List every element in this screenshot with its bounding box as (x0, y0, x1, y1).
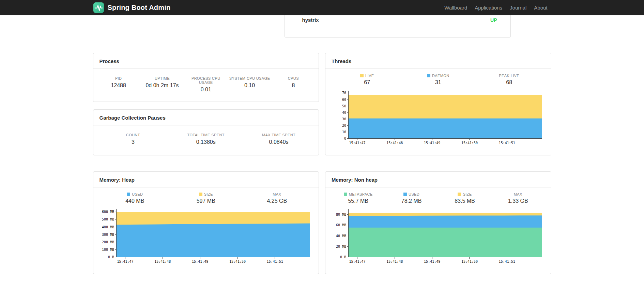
svg-text:15:41:48: 15:41:48 (154, 260, 171, 263)
svg-text:0 B: 0 B (108, 255, 114, 259)
legend-swatch (344, 193, 347, 196)
metric-value: 0.10 (228, 82, 271, 89)
gc-pauses-panel: Garbage Collection Pauses COUNT 3 TOTAL … (93, 109, 319, 155)
svg-text:80 MB: 80 MB (336, 213, 346, 216)
svg-text:15:41:50: 15:41:50 (229, 260, 245, 263)
svg-text:15:41:47: 15:41:47 (349, 141, 365, 145)
legend-item-used: USED 440 MB (99, 192, 171, 204)
legend-item-size: SIZE 83.5 MB (438, 192, 491, 204)
metric-label: TOTAL TIME SPENT (169, 133, 242, 137)
legend-swatch (427, 74, 430, 77)
svg-text:15:41:49: 15:41:49 (192, 260, 208, 263)
metric-value: 0.01 (184, 87, 228, 93)
svg-text:60: 60 (342, 98, 346, 102)
legend-item-live: LIVE 67 (332, 74, 403, 86)
metric-label: PROCESS CPU USAGE (184, 76, 228, 85)
memory-nonheap-chart: 0 B20 MB40 MB60 MB80 MB15:41:4715:41:481… (332, 208, 545, 265)
legend-swatch (403, 193, 407, 196)
legend-item-daemon: DAEMON 31 (403, 74, 474, 86)
threads-legend: LIVE 67 DAEMON 31 (332, 74, 545, 86)
metric-label: UPTIME (140, 76, 184, 80)
process-panel: Process PID 12488 UPTIME 0d 0h 2m 17s PR… (93, 53, 319, 102)
legend-label: SIZE (463, 192, 472, 196)
nav-item-journal[interactable]: Journal (506, 5, 530, 11)
metric-gc-total-time: TOTAL TIME SPENT 0.1380s (169, 133, 242, 146)
heap-legend: USED 440 MB SIZE 597 MB (99, 192, 313, 204)
metric-uptime: UPTIME 0d 0h 2m 17s (140, 76, 184, 93)
legend-label: USED (132, 192, 143, 196)
svg-text:15:41:47: 15:41:47 (349, 260, 365, 263)
svg-text:15:41:49: 15:41:49 (424, 141, 440, 145)
legend-label: MAX (514, 192, 522, 196)
metric-value: 8 (272, 82, 315, 89)
column-left-memory: Memory: Heap USED 440 MB (93, 171, 319, 274)
legend-swatch (199, 193, 202, 196)
panel-title-gc: Garbage Collection Pauses (93, 110, 319, 125)
brand-link[interactable]: Spring Boot Admin (93, 2, 171, 13)
panel-spacer (291, 26, 505, 37)
legend-item-max: MAX 1.33 GB (491, 192, 545, 204)
metric-value: 3 (97, 139, 170, 145)
application-row[interactable]: hystrix UP (291, 15, 505, 26)
legend-value: 597 MB (170, 198, 242, 204)
legend-value: 440 MB (99, 198, 171, 204)
legend-item-metaspace: METASPACE 55.7 MB (332, 192, 385, 204)
process-metrics: PID 12488 UPTIME 0d 0h 2m 17s PROCESS CP… (93, 69, 319, 102)
svg-text:600 MB: 600 MB (102, 210, 114, 214)
nav-item-applications[interactable]: Applications (471, 5, 506, 11)
svg-text:20: 20 (342, 124, 346, 127)
metric-system-cpu: SYSTEM CPU USAGE 0.10 (228, 76, 271, 93)
threads-chart: 01020304050607015:41:4715:41:4815:41:491… (332, 89, 545, 147)
legend-swatch (127, 193, 130, 196)
nav-links: Wallboard Applications Journal About (441, 5, 551, 11)
legend-label: METASPACE (349, 192, 373, 196)
svg-text:15:41:50: 15:41:50 (461, 260, 478, 263)
row-process-threads: Process PID 12488 UPTIME 0d 0h 2m 17s PR… (93, 53, 551, 155)
svg-text:100 MB: 100 MB (102, 248, 114, 252)
application-name[interactable]: hystrix (302, 17, 319, 23)
legend-value: 55.7 MB (332, 198, 385, 204)
metric-value: 12488 (97, 82, 140, 89)
legend-item-peak-live: PEAK LIVE 68 (474, 74, 545, 86)
legend-item-size: SIZE 597 MB (170, 192, 242, 204)
svg-text:30: 30 (342, 117, 346, 121)
brand-title: Spring Boot Admin (108, 4, 171, 12)
legend-value: 83.5 MB (438, 198, 491, 204)
metric-value: 0.1380s (169, 139, 242, 145)
application-status-panel: hystrix UP (285, 15, 511, 37)
svg-text:60 MB: 60 MB (336, 223, 346, 227)
metric-label: MAX TIME SPENT (242, 133, 315, 137)
nav-item-wallboard[interactable]: Wallboard (441, 5, 471, 11)
metric-label: PID (97, 76, 140, 80)
status-badge: UP (490, 17, 497, 23)
panel-title-memory-heap: Memory: Heap (93, 172, 319, 187)
metric-gc-max-time: MAX TIME SPENT 0.0840s (242, 133, 315, 146)
legend-label: MAX (273, 192, 281, 196)
legend-label: USED (409, 192, 419, 196)
metric-label: SYSTEM CPU USAGE (228, 76, 271, 80)
legend-value: 1.33 GB (491, 198, 545, 204)
row-memory: Memory: Heap USED 440 MB (93, 171, 551, 274)
panel-title-memory-nonheap: Memory: Non heap (325, 172, 551, 187)
panel-title-threads: Threads (325, 53, 551, 69)
metric-label: COUNT (97, 133, 170, 137)
metric-process-cpu: PROCESS CPU USAGE 0.01 (184, 76, 228, 93)
legend-swatch (458, 193, 461, 196)
svg-text:200 MB: 200 MB (102, 240, 114, 244)
metric-value: 0d 0h 2m 17s (140, 82, 184, 89)
svg-text:0: 0 (344, 137, 346, 140)
legend-label: PEAK LIVE (499, 74, 519, 78)
nav-item-about[interactable]: About (530, 5, 551, 11)
svg-text:15:41:51: 15:41:51 (499, 260, 515, 263)
svg-text:15:41:50: 15:41:50 (461, 141, 478, 145)
svg-text:0 B: 0 B (340, 255, 346, 259)
svg-text:400 MB: 400 MB (102, 225, 114, 229)
legend-value: 4.25 GB (242, 198, 313, 204)
svg-text:40: 40 (342, 111, 346, 115)
legend-label: SIZE (204, 192, 213, 196)
legend-item-max: MAX 4.25 GB (242, 192, 313, 204)
column-left: Process PID 12488 UPTIME 0d 0h 2m 17s PR… (93, 53, 319, 155)
svg-text:300 MB: 300 MB (102, 233, 114, 237)
column-right: Threads LIVE 67 (325, 53, 551, 155)
svg-text:40 MB: 40 MB (336, 234, 346, 238)
